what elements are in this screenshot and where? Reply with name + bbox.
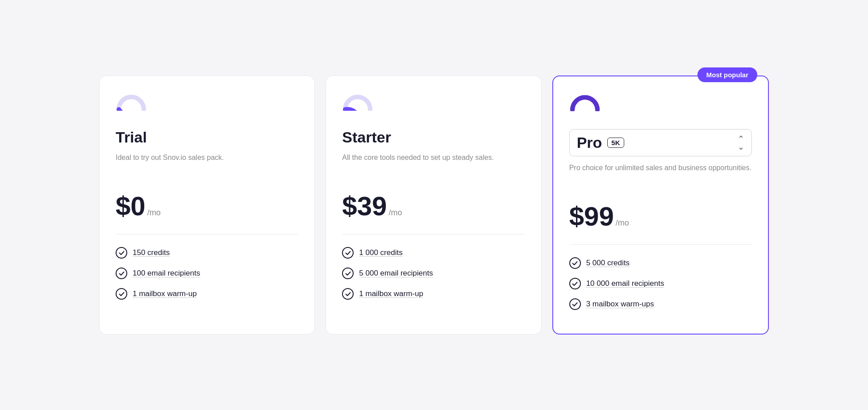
feature-text: 3 mailbox warm-ups: [586, 300, 654, 309]
check-icon: [116, 288, 127, 300]
plan-gauge-icon: [342, 94, 373, 116]
features-list: 1 000 credits 5 000 email recipients 1 m…: [342, 247, 525, 300]
price-period: /mo: [147, 208, 161, 218]
price-amount: $39: [342, 191, 387, 222]
plan-price: $0 /mo: [116, 191, 298, 222]
plan-name-row[interactable]: Pro 5K ⌃ ⌄: [569, 129, 752, 156]
feature-item: 1 000 credits: [342, 247, 525, 259]
plan-name: Pro: [577, 134, 602, 151]
price-period: /mo: [388, 208, 402, 218]
feature-item: 10 000 email recipients: [569, 278, 752, 289]
feature-text: 5 000 credits: [586, 259, 630, 268]
plan-description: Ideal to try out Snov.io sales pack.: [116, 152, 298, 177]
feature-text: 5 000 email recipients: [359, 269, 433, 278]
pricing-card-starter: StarterAll the core tools needed to set …: [326, 75, 541, 335]
plan-gauge-icon: [569, 94, 601, 117]
check-icon: [342, 288, 354, 300]
feature-item: 5 000 credits: [569, 257, 752, 269]
features-list: 150 credits 100 email recipients 1 mailb…: [116, 247, 298, 300]
plan-name: Trial: [116, 129, 298, 146]
feature-text: 1 000 credits: [359, 248, 402, 257]
plan-name: Starter: [342, 129, 525, 146]
plan-price: $39 /mo: [342, 191, 525, 222]
plan-gauge-icon: [116, 94, 147, 116]
feature-text: 150 credits: [133, 248, 170, 257]
feature-item: 1 mailbox warm-up: [116, 288, 298, 300]
feature-text: 100 email recipients: [133, 269, 200, 278]
check-icon: [569, 257, 581, 269]
price-amount: $99: [569, 201, 614, 232]
price-divider: [116, 234, 298, 234]
feature-item: 1 mailbox warm-up: [342, 288, 525, 300]
plan-name-inner: Pro 5K: [577, 134, 624, 151]
feature-text: 1 mailbox warm-up: [133, 289, 197, 298]
feature-text: 1 mailbox warm-up: [359, 289, 423, 298]
check-icon: [342, 268, 354, 279]
check-icon: [116, 268, 127, 279]
feature-text: 10 000 email recipients: [586, 279, 664, 288]
chevron-updown-icon[interactable]: ⌃ ⌄: [738, 135, 744, 151]
feature-item: 5 000 email recipients: [342, 268, 525, 279]
pricing-card-trial: TrialIdeal to try out Snov.io sales pack…: [99, 75, 315, 335]
price-period: /mo: [616, 218, 629, 228]
feature-item: 3 mailbox warm-ups: [569, 298, 752, 310]
features-list: 5 000 credits 10 000 email recipients 3 …: [569, 257, 752, 310]
plan-price: $99 /mo: [569, 201, 752, 232]
check-icon: [569, 278, 581, 289]
plan-description: Pro choice for unlimited sales and busin…: [569, 163, 752, 188]
plan-badge: 5K: [607, 138, 624, 148]
price-divider: [342, 234, 525, 234]
pricing-card-pro: Most popular Pro 5K ⌃ ⌄ Pro choice for u…: [552, 75, 769, 335]
pricing-container: TrialIdeal to try out Snov.io sales pack…: [99, 75, 769, 335]
most-popular-badge: Most popular: [697, 67, 757, 82]
price-divider: [569, 244, 752, 245]
feature-item: 100 email recipients: [116, 268, 298, 279]
check-icon: [342, 247, 354, 259]
check-icon: [116, 247, 127, 259]
check-icon: [569, 298, 581, 310]
feature-item: 150 credits: [116, 247, 298, 259]
plan-description: All the core tools needed to set up stea…: [342, 152, 525, 177]
price-amount: $0: [116, 191, 146, 222]
